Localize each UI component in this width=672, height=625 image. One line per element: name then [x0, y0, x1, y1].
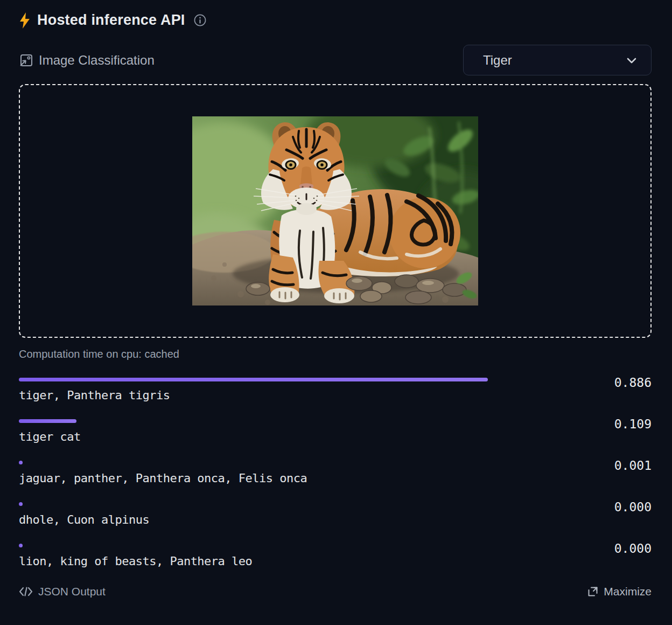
score-bar	[19, 544, 23, 547]
result-row: tiger cat 0.109	[19, 419, 652, 444]
class-label: dhole, Cuon alpinus	[19, 513, 652, 527]
chevron-down-icon	[625, 54, 638, 67]
tiger-photo	[192, 116, 478, 305]
lightning-bolt-icon	[19, 12, 31, 29]
result-row: tiger, Panthera tigris 0.886	[19, 378, 652, 402]
class-score: 0.000	[614, 541, 652, 555]
info-icon[interactable]	[194, 14, 206, 26]
widget-footer: JSON Output Maximize	[19, 585, 652, 598]
result-row: lion, king of beasts, Panthera leo 0.000	[19, 544, 652, 568]
image-classification-icon	[19, 53, 33, 67]
class-score: 0.001	[614, 459, 652, 473]
class-score: 0.886	[614, 376, 652, 390]
score-bar	[19, 461, 23, 464]
maximize-icon	[587, 586, 598, 597]
task-type: Image Classification	[19, 53, 155, 68]
class-label: jaguar, panther, Panthera onca, Felis on…	[19, 471, 652, 485]
result-row: jaguar, panther, Panthera onca, Felis on…	[19, 461, 652, 485]
result-row: dhole, Cuon alpinus 0.000	[19, 502, 652, 527]
class-score: 0.000	[614, 500, 652, 514]
task-row: Image Classification Tiger	[19, 45, 652, 75]
maximize-label: Maximize	[604, 585, 652, 598]
class-label: tiger cat	[19, 430, 652, 444]
image-dropzone[interactable]	[19, 84, 652, 338]
inference-widget: Hosted inference API Image Classificatio…	[0, 0, 672, 613]
maximize-button[interactable]: Maximize	[587, 585, 652, 598]
score-bar	[19, 378, 488, 381]
class-label: tiger, Panthera tigris	[19, 388, 652, 402]
score-bar	[19, 419, 76, 423]
code-icon	[19, 587, 33, 596]
page-title: Hosted inference API	[37, 12, 185, 29]
class-label: lion, king of beasts, Panthera leo	[19, 554, 652, 568]
json-output-label: JSON Output	[38, 585, 106, 598]
score-bar	[19, 502, 23, 506]
widget-header: Hosted inference API	[19, 12, 652, 29]
computation-time: Computation time on cpu: cached	[19, 348, 652, 360]
class-score: 0.109	[614, 417, 652, 431]
classification-results: tiger, Panthera tigris 0.886 tiger cat 0…	[19, 378, 652, 568]
json-output-button[interactable]: JSON Output	[19, 585, 106, 598]
example-select-dropdown[interactable]: Tiger	[463, 45, 652, 75]
selected-example: Tiger	[483, 53, 512, 68]
task-label: Image Classification	[39, 53, 155, 68]
